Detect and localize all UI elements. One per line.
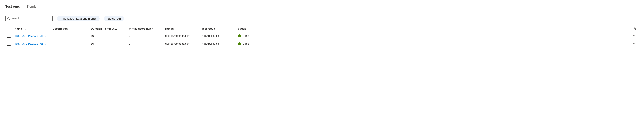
filter-status-value: All xyxy=(117,17,121,20)
svg-line-1 xyxy=(9,19,10,20)
filter-status[interactable]: Status : All xyxy=(104,16,124,21)
col-virtual-users[interactable]: Virtual users (aver… xyxy=(129,27,165,30)
tab-trends[interactable]: Trends xyxy=(26,4,36,10)
row-more-button[interactable] xyxy=(633,43,636,44)
tab-test-runs[interactable]: Test runs xyxy=(6,4,20,10)
col-test-result[interactable]: Test result xyxy=(202,27,238,30)
filter-row: Time range : Last one month Status : All xyxy=(6,15,638,21)
filter-time-range-label: Time range : xyxy=(60,17,76,20)
col-duration[interactable]: Duration (in minut… xyxy=(91,27,129,30)
col-name-label: Name xyxy=(14,27,22,30)
col-status-label: Status xyxy=(238,27,246,30)
tabs-bar: Test runs Trends xyxy=(6,4,638,10)
row-name-link[interactable]: TestRun_11/8/2023_7:5… xyxy=(14,42,53,45)
row-status-label: Done xyxy=(242,42,249,45)
col-status[interactable]: Status xyxy=(238,27,628,30)
row-test-result: Not Applicable xyxy=(202,42,238,45)
table-row: TestRun_11/8/2023_7:5… 10 3 user1@contos… xyxy=(6,40,638,48)
col-name[interactable]: Name xyxy=(14,27,53,30)
sort-icon xyxy=(23,27,26,30)
row-test-result: Not Applicable xyxy=(202,34,238,37)
filter-status-label: Status : xyxy=(107,17,116,20)
table-header: Name Description Duration (in minut… Vir… xyxy=(6,26,638,32)
row-status-label: Done xyxy=(242,34,249,37)
col-description[interactable]: Description xyxy=(53,27,91,30)
row-duration: 10 xyxy=(91,34,129,37)
row-name-link[interactable]: TestRun_11/8/2023_9:1… xyxy=(14,34,53,37)
search-box[interactable] xyxy=(6,15,53,21)
row-description-input[interactable] xyxy=(53,41,85,46)
row-duration: 10 xyxy=(91,42,129,45)
check-circle-icon xyxy=(238,34,241,37)
row-run-by: user1@contoso.com xyxy=(165,42,202,45)
row-status: Done xyxy=(238,34,628,37)
check-circle-icon xyxy=(238,42,241,45)
svg-point-2 xyxy=(238,34,241,37)
svg-point-0 xyxy=(8,17,9,19)
table-row: TestRun_11/8/2023_9:1… 10 3 user1@contos… xyxy=(6,32,638,40)
row-checkbox[interactable] xyxy=(7,34,11,38)
search-input[interactable] xyxy=(12,17,51,20)
row-run-by: user1@contoso.com xyxy=(165,34,202,37)
col-run-by[interactable]: Run by xyxy=(165,27,202,30)
svg-point-3 xyxy=(238,42,241,45)
filter-time-range[interactable]: Time range : Last one month xyxy=(57,16,100,21)
filter-time-range-value: Last one month xyxy=(76,17,96,20)
row-more-button[interactable] xyxy=(633,35,636,36)
row-description-input[interactable] xyxy=(53,33,85,38)
row-virtual-users: 3 xyxy=(129,42,165,45)
test-runs-table: Name Description Duration (in minut… Vir… xyxy=(6,26,638,48)
row-checkbox[interactable] xyxy=(7,42,11,46)
row-virtual-users: 3 xyxy=(129,34,165,37)
col-actions xyxy=(628,27,638,30)
sort-icon[interactable] xyxy=(634,27,636,30)
search-icon xyxy=(7,17,10,20)
row-status: Done xyxy=(238,42,628,45)
